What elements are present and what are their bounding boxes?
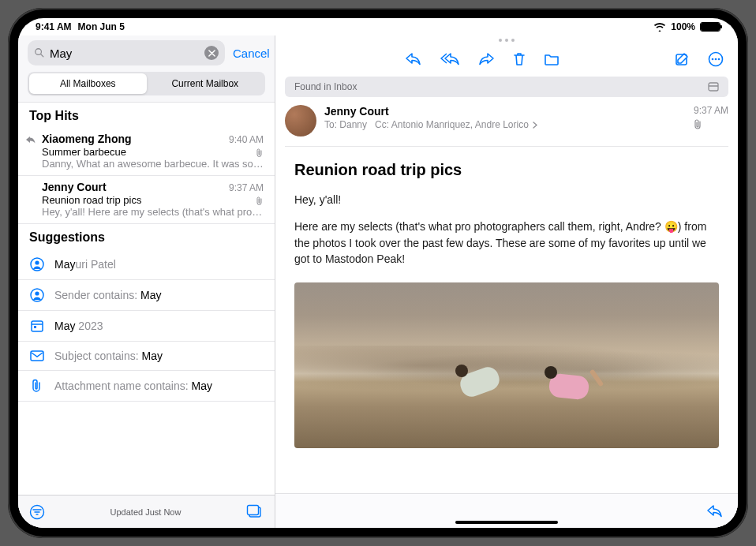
battery-pct: 100% <box>671 21 695 32</box>
status-updated: Updated Just Now <box>45 507 246 517</box>
message-body: Hey, y'all! Here are my selects (that's … <box>275 184 738 278</box>
wifi-icon <box>653 22 666 32</box>
result-preview: Hey, y'all! Here are my selects (that's … <box>42 206 264 218</box>
envelope-icon <box>29 350 45 361</box>
svg-rect-18 <box>709 83 718 91</box>
found-in-bar[interactable]: Found in Inbox <box>285 77 728 97</box>
suggestion-attachment-contains[interactable]: Attachment name contains: May <box>18 371 275 402</box>
reply-button[interactable] <box>405 52 422 66</box>
svg-rect-12 <box>248 505 259 514</box>
suggestion-date[interactable]: May 2023 <box>18 311 275 342</box>
svg-point-3 <box>35 260 39 264</box>
mailbox-small-icon <box>708 82 719 92</box>
battery-icon <box>700 22 720 32</box>
result-subject: Summer barbecue <box>42 146 264 158</box>
search-result-item[interactable]: Xiaomeng Zhong9:40 AM Summer barbecue Da… <box>18 128 275 176</box>
found-in-label: Found in Inbox <box>294 81 357 92</box>
sender-avatar[interactable] <box>285 105 316 136</box>
sidebar: Cancel All Mailboxes Current Mailbox Top… <box>18 36 275 528</box>
attachment-icon <box>256 148 264 158</box>
result-preview: Danny, What an awesome barbecue. It was … <box>42 158 264 170</box>
filter-button[interactable] <box>29 504 45 520</box>
section-top-hits: Top Hits <box>18 103 275 128</box>
attachment-icon <box>256 196 264 206</box>
status-date: Mon Jun 5 <box>78 21 125 32</box>
search-result-item[interactable]: Jenny Court9:37 AM Reunion road trip pic… <box>18 176 275 224</box>
trash-button[interactable] <box>512 51 526 67</box>
svg-point-0 <box>36 49 42 55</box>
message-time: 9:37 AM <box>694 105 728 116</box>
suggestion-label: Sender contains: May <box>54 289 161 301</box>
clear-search-button[interactable] <box>204 46 219 60</box>
message-attachment-image[interactable] <box>294 282 719 448</box>
home-indicator[interactable] <box>455 521 558 524</box>
more-button[interactable] <box>708 51 724 67</box>
status-time: 9:41 AM <box>36 21 72 32</box>
svg-point-5 <box>35 291 39 295</box>
result-time: 9:40 AM <box>229 134 264 145</box>
search-field[interactable] <box>28 40 225 65</box>
search-input[interactable] <box>50 47 200 60</box>
result-time: 9:37 AM <box>229 182 264 193</box>
suggestion-label: May 2023 <box>54 320 103 332</box>
scope-segmented-control[interactable]: All Mailboxes Current Mailbox <box>28 72 265 95</box>
scope-current-mailbox[interactable]: Current Mailbox <box>147 73 264 94</box>
section-suggestions: Suggestions <box>18 224 275 249</box>
scope-all-mailboxes[interactable]: All Mailboxes <box>29 73 147 94</box>
mailboxes-button[interactable] <box>246 504 264 520</box>
svg-point-16 <box>715 58 717 61</box>
person-icon <box>29 257 45 271</box>
status-bar: 9:41 AM Mon Jun 5 100% <box>18 18 738 36</box>
forward-button[interactable] <box>477 52 495 66</box>
reply-button-footer[interactable] <box>706 504 724 518</box>
search-icon <box>34 47 45 58</box>
svg-rect-6 <box>32 321 43 331</box>
suggestion-label: Mayuri Patel <box>54 258 116 271</box>
result-sender: Xiaomeng Zhong <box>42 133 132 145</box>
suggestion-label: Attachment name contains: May <box>54 380 212 392</box>
chevron-right-icon <box>533 122 537 129</box>
svg-rect-8 <box>34 326 36 328</box>
suggestion-sender-contains[interactable]: Sender contains: May <box>18 280 275 311</box>
cancel-button[interactable]: Cancel <box>233 47 270 60</box>
move-button[interactable] <box>544 52 560 66</box>
suggestion-label: Subject contains: May <box>54 350 163 362</box>
svg-point-15 <box>712 58 714 61</box>
calendar-icon <box>29 319 45 333</box>
message-subject: Reunion road trip pics <box>275 147 738 184</box>
reply-all-button[interactable] <box>440 52 460 66</box>
message-toolbar <box>275 42 738 77</box>
message-header: Jenny Court To: Danny Cc: Antonio Manriq… <box>285 105 728 147</box>
compose-button[interactable] <box>675 51 691 67</box>
message-from[interactable]: Jenny Court <box>324 105 686 118</box>
suggestion-subject-contains[interactable]: Subject contains: May <box>18 342 275 371</box>
reply-indicator-icon <box>26 136 36 144</box>
message-recipients[interactable]: To: Danny Cc: Antonio Manriquez, Andre L… <box>324 119 686 130</box>
message-pane: Found in Inbox Jenny Court To: Danny Cc:… <box>275 36 738 528</box>
paperclip-icon <box>29 379 45 393</box>
svg-point-17 <box>718 58 720 61</box>
suggestion-person[interactable]: Mayuri Patel <box>18 249 275 280</box>
attachment-icon <box>694 119 702 129</box>
result-sender: Jenny Court <box>42 181 107 193</box>
result-subject: Reunion road trip pics <box>42 194 264 206</box>
svg-rect-9 <box>31 351 43 361</box>
sidebar-footer: Updated Just Now <box>18 495 275 528</box>
multitask-handle[interactable] <box>275 36 738 42</box>
svg-line-1 <box>41 54 43 57</box>
person-icon <box>29 288 45 302</box>
